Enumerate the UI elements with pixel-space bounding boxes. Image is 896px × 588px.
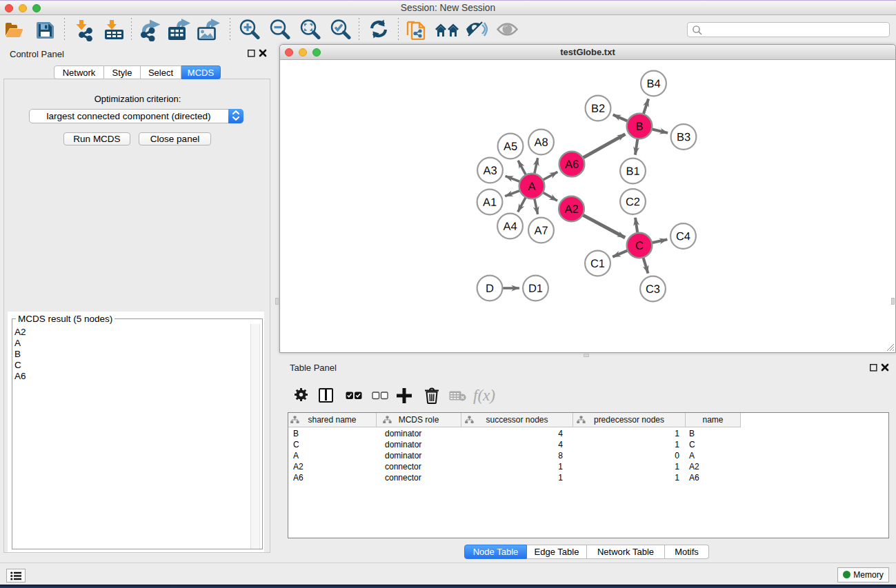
svg-text:C3: C3 (646, 283, 660, 296)
svg-text:A: A (528, 181, 535, 193)
svg-text:A1: A1 (483, 196, 497, 209)
svg-text:A8: A8 (534, 136, 548, 149)
svg-text:C4: C4 (676, 230, 690, 243)
svg-text:B4: B4 (646, 78, 660, 90)
svg-text:A3: A3 (483, 165, 497, 177)
svg-text:C2: C2 (626, 196, 640, 208)
svg-text:A7: A7 (534, 225, 548, 237)
svg-text:A4: A4 (503, 221, 517, 233)
svg-text:D: D (486, 283, 494, 295)
svg-text:C: C (635, 240, 644, 252)
svg-text:B3: B3 (677, 131, 690, 143)
svg-text:B2: B2 (591, 103, 605, 115)
svg-text:D1: D1 (528, 283, 543, 295)
svg-text:B: B (635, 121, 643, 133)
svg-text:A2: A2 (564, 203, 578, 216)
svg-text:A6: A6 (565, 159, 579, 171)
svg-text:B1: B1 (626, 165, 639, 178)
svg-text:C1: C1 (590, 258, 605, 270)
svg-text:A5: A5 (504, 141, 517, 153)
